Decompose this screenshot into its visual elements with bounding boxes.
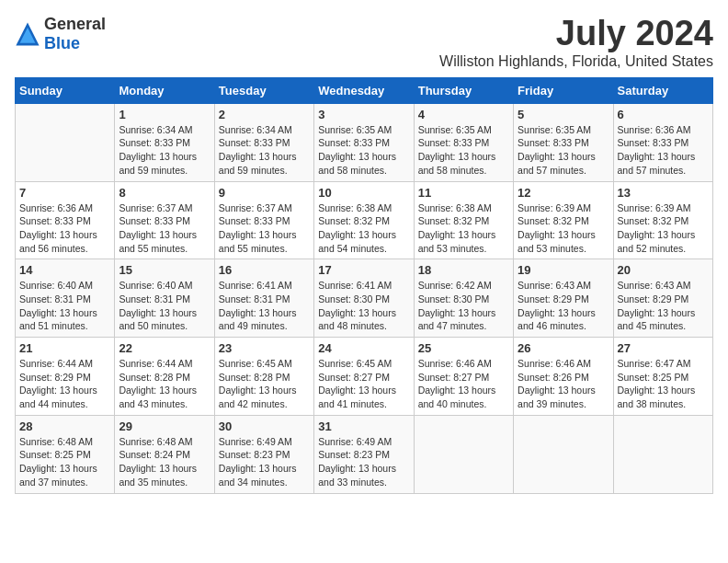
day-detail: Sunrise: 6:37 AM Sunset: 8:33 PM Dayligh… (119, 201, 210, 256)
header-cell-wednesday: Wednesday (314, 77, 414, 103)
day-number: 24 (318, 341, 409, 355)
day-detail: Sunrise: 6:37 AM Sunset: 8:33 PM Dayligh… (219, 201, 310, 256)
calendar-cell: 19Sunrise: 6:43 AM Sunset: 8:29 PM Dayli… (514, 259, 613, 338)
day-number: 13 (618, 186, 709, 200)
logo: General Blue (15, 15, 106, 53)
day-number: 15 (119, 263, 210, 277)
calendar-cell: 27Sunrise: 6:47 AM Sunset: 8:25 PM Dayli… (613, 338, 712, 416)
day-number: 23 (219, 341, 310, 355)
calendar-cell: 24Sunrise: 6:45 AM Sunset: 8:27 PM Dayli… (314, 338, 414, 416)
day-detail: Sunrise: 6:41 AM Sunset: 8:31 PM Dayligh… (219, 279, 310, 333)
week-row-1: 7Sunrise: 6:36 AM Sunset: 8:33 PM Daylig… (16, 181, 713, 259)
day-number: 1 (119, 108, 210, 121)
calendar-cell: 5Sunrise: 6:35 AM Sunset: 8:33 PM Daylig… (514, 103, 613, 181)
day-number: 31 (318, 419, 409, 433)
header-cell-monday: Monday (115, 77, 214, 103)
calendar-cell: 25Sunrise: 6:46 AM Sunset: 8:27 PM Dayli… (414, 338, 513, 416)
logo-icon (15, 21, 40, 47)
calendar-cell: 16Sunrise: 6:41 AM Sunset: 8:31 PM Dayli… (214, 259, 313, 338)
day-detail: Sunrise: 6:34 AM Sunset: 8:33 PM Dayligh… (119, 123, 210, 178)
calendar-cell: 18Sunrise: 6:42 AM Sunset: 8:30 PM Dayli… (414, 259, 513, 338)
calendar-cell: 2Sunrise: 6:34 AM Sunset: 8:33 PM Daylig… (214, 103, 313, 181)
day-detail: Sunrise: 6:36 AM Sunset: 8:33 PM Dayligh… (618, 123, 709, 178)
week-row-4: 28Sunrise: 6:48 AM Sunset: 8:25 PM Dayli… (16, 415, 713, 493)
week-row-0: 1Sunrise: 6:34 AM Sunset: 8:33 PM Daylig… (16, 103, 713, 181)
day-number: 14 (19, 263, 110, 277)
day-detail: Sunrise: 6:35 AM Sunset: 8:33 PM Dayligh… (318, 123, 409, 178)
calendar-cell: 22Sunrise: 6:44 AM Sunset: 8:28 PM Dayli… (115, 338, 214, 416)
day-detail: Sunrise: 6:43 AM Sunset: 8:29 PM Dayligh… (618, 279, 709, 333)
day-number: 7 (19, 186, 110, 200)
page-header: General Blue July 2024 Williston Highlan… (15, 15, 713, 70)
calendar-cell: 30Sunrise: 6:49 AM Sunset: 8:23 PM Dayli… (214, 415, 313, 493)
calendar-cell: 23Sunrise: 6:45 AM Sunset: 8:28 PM Dayli… (214, 338, 313, 416)
day-number: 11 (418, 186, 509, 200)
header-cell-saturday: Saturday (613, 77, 712, 103)
calendar-cell: 11Sunrise: 6:38 AM Sunset: 8:32 PM Dayli… (414, 181, 513, 259)
day-detail: Sunrise: 6:47 AM Sunset: 8:25 PM Dayligh… (618, 357, 709, 411)
day-detail: Sunrise: 6:41 AM Sunset: 8:30 PM Dayligh… (318, 279, 409, 333)
day-number: 29 (119, 419, 210, 433)
calendar-cell: 28Sunrise: 6:48 AM Sunset: 8:25 PM Dayli… (16, 415, 115, 493)
header-cell-tuesday: Tuesday (214, 77, 313, 103)
week-row-3: 21Sunrise: 6:44 AM Sunset: 8:29 PM Dayli… (16, 338, 713, 416)
day-detail: Sunrise: 6:46 AM Sunset: 8:26 PM Dayligh… (518, 357, 609, 411)
day-number: 27 (618, 341, 709, 355)
day-detail: Sunrise: 6:44 AM Sunset: 8:28 PM Dayligh… (119, 357, 210, 411)
calendar-cell: 20Sunrise: 6:43 AM Sunset: 8:29 PM Dayli… (613, 259, 712, 338)
day-detail: Sunrise: 6:39 AM Sunset: 8:32 PM Dayligh… (618, 201, 709, 256)
day-detail: Sunrise: 6:35 AM Sunset: 8:33 PM Dayligh… (418, 123, 509, 178)
day-number: 26 (518, 341, 609, 355)
calendar-cell: 6Sunrise: 6:36 AM Sunset: 8:33 PM Daylig… (613, 103, 712, 181)
calendar-cell (16, 103, 115, 181)
calendar-cell: 15Sunrise: 6:40 AM Sunset: 8:31 PM Dayli… (115, 259, 214, 338)
day-detail: Sunrise: 6:46 AM Sunset: 8:27 PM Dayligh… (418, 357, 509, 411)
day-detail: Sunrise: 6:38 AM Sunset: 8:32 PM Dayligh… (418, 201, 509, 256)
calendar-cell: 31Sunrise: 6:49 AM Sunset: 8:23 PM Dayli… (314, 415, 414, 493)
day-detail: Sunrise: 6:40 AM Sunset: 8:31 PM Dayligh… (119, 279, 210, 333)
day-number: 6 (618, 108, 709, 121)
day-number: 3 (318, 108, 409, 121)
header-cell-sunday: Sunday (16, 77, 115, 103)
day-detail: Sunrise: 6:49 AM Sunset: 8:23 PM Dayligh… (219, 435, 310, 489)
day-detail: Sunrise: 6:48 AM Sunset: 8:25 PM Dayligh… (19, 435, 110, 489)
title-block: July 2024 Williston Highlands, Florida, … (439, 15, 713, 70)
day-detail: Sunrise: 6:39 AM Sunset: 8:32 PM Dayligh… (518, 201, 609, 256)
day-number: 8 (119, 186, 210, 200)
day-number: 20 (618, 263, 709, 277)
calendar-cell (514, 415, 613, 493)
day-number: 22 (119, 341, 210, 355)
calendar-cell: 29Sunrise: 6:48 AM Sunset: 8:24 PM Dayli… (115, 415, 214, 493)
day-number: 30 (219, 419, 310, 433)
calendar-cell: 1Sunrise: 6:34 AM Sunset: 8:33 PM Daylig… (115, 103, 214, 181)
calendar-cell: 9Sunrise: 6:37 AM Sunset: 8:33 PM Daylig… (214, 181, 313, 259)
day-detail: Sunrise: 6:44 AM Sunset: 8:29 PM Dayligh… (19, 357, 110, 411)
day-number: 9 (219, 186, 310, 200)
week-row-2: 14Sunrise: 6:40 AM Sunset: 8:31 PM Dayli… (16, 259, 713, 338)
day-number: 25 (418, 341, 509, 355)
day-detail: Sunrise: 6:45 AM Sunset: 8:28 PM Dayligh… (219, 357, 310, 411)
day-detail: Sunrise: 6:42 AM Sunset: 8:30 PM Dayligh… (418, 279, 509, 333)
day-detail: Sunrise: 6:48 AM Sunset: 8:24 PM Dayligh… (119, 435, 210, 489)
calendar-cell: 26Sunrise: 6:46 AM Sunset: 8:26 PM Dayli… (514, 338, 613, 416)
day-detail: Sunrise: 6:38 AM Sunset: 8:32 PM Dayligh… (318, 201, 409, 256)
day-detail: Sunrise: 6:36 AM Sunset: 8:33 PM Dayligh… (19, 201, 110, 256)
calendar-table: SundayMondayTuesdayWednesdayThursdayFrid… (15, 77, 713, 494)
logo-blue: Blue (44, 34, 80, 52)
day-number: 12 (518, 186, 609, 200)
logo-text: General Blue (44, 15, 106, 53)
calendar-cell: 10Sunrise: 6:38 AM Sunset: 8:32 PM Dayli… (314, 181, 414, 259)
calendar-cell: 14Sunrise: 6:40 AM Sunset: 8:31 PM Dayli… (16, 259, 115, 338)
calendar-cell: 4Sunrise: 6:35 AM Sunset: 8:33 PM Daylig… (414, 103, 513, 181)
day-number: 18 (418, 263, 509, 277)
day-number: 5 (518, 108, 609, 121)
header-row: SundayMondayTuesdayWednesdayThursdayFrid… (16, 77, 713, 103)
calendar-cell: 21Sunrise: 6:44 AM Sunset: 8:29 PM Dayli… (16, 338, 115, 416)
header-cell-thursday: Thursday (414, 77, 513, 103)
day-detail: Sunrise: 6:40 AM Sunset: 8:31 PM Dayligh… (19, 279, 110, 333)
day-number: 19 (518, 263, 609, 277)
main-title: July 2024 (439, 15, 713, 53)
day-number: 28 (19, 419, 110, 433)
day-number: 21 (19, 341, 110, 355)
day-number: 4 (418, 108, 509, 121)
